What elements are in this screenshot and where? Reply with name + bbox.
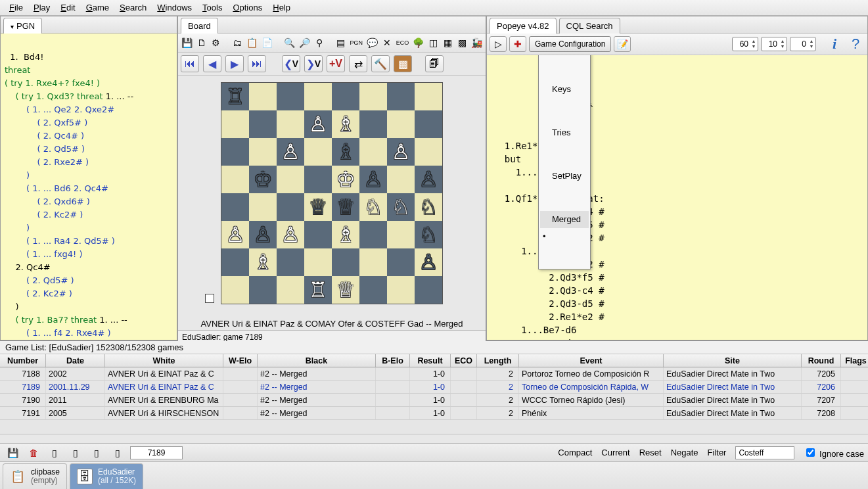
col-header[interactable]: W-Elo <box>223 354 258 367</box>
popup-merged[interactable]: Merged <box>540 211 589 228</box>
popup-keys[interactable]: Keys <box>540 81 589 98</box>
filter-field[interactable] <box>735 446 794 459</box>
zoom-out-icon[interactable]: 🔎 <box>298 35 311 51</box>
list-icon[interactable]: ▤ <box>335 35 347 51</box>
square-a7[interactable] <box>221 110 249 138</box>
square-c6[interactable]: ♙ <box>277 138 304 166</box>
square-g3[interactable] <box>387 221 415 248</box>
square-b5[interactable]: ♔ <box>249 166 277 193</box>
col-header[interactable]: Round <box>802 354 841 367</box>
square-b4[interactable] <box>249 193 277 221</box>
engine-tab-cql[interactable]: CQL Search <box>559 18 620 34</box>
variation-fwd-icon[interactable]: ❯V <box>304 55 323 72</box>
nav-last-icon[interactable]: ⏭ <box>248 55 266 72</box>
square-b6[interactable] <box>249 138 277 166</box>
square-g1[interactable] <box>387 276 415 304</box>
square-e3[interactable]: ♗ <box>332 221 359 248</box>
square-e4[interactable]: ♕ <box>332 193 359 221</box>
table-row[interactable]: 71902011AVNER Uri & ERENBURG Ma#2 -- Mer… <box>0 394 868 407</box>
chess-board[interactable]: ♖♙♗♙♗♙♔♔♙♙♕♕♘♘♘♙♙♙♗♘♗♙♖♕ <box>221 82 443 304</box>
engine-output[interactable]: Keys Tries SetPlay Merged • ↖ 1.Re1*e bu… <box>487 55 867 340</box>
square-d7[interactable]: ♙ <box>304 110 332 138</box>
col-header[interactable]: Date <box>46 354 105 367</box>
help-icon[interactable]: ? <box>846 35 865 53</box>
square-f4[interactable]: ♘ <box>359 193 387 221</box>
setup-icon[interactable]: ⚙ <box>210 35 222 51</box>
square-b2[interactable]: ♗ <box>249 248 277 276</box>
comment-icon[interactable]: 💬 <box>366 35 378 51</box>
game-configuration-button[interactable]: Game Configuration <box>529 36 611 52</box>
square-d8[interactable] <box>304 83 332 110</box>
col2-icon[interactable]: ▯ <box>67 445 84 461</box>
square-g6[interactable]: ♙ <box>387 138 415 166</box>
square-f1[interactable] <box>359 276 387 304</box>
ignore-case-checkbox[interactable] <box>806 448 815 457</box>
reset-link[interactable]: Reset <box>639 448 662 457</box>
square-g8[interactable] <box>387 83 415 110</box>
table-row[interactable]: 71892001.11.29AVNER Uri & EINAT Paz & C#… <box>0 381 868 394</box>
square-a1[interactable] <box>221 276 249 304</box>
square-b7[interactable] <box>249 110 277 138</box>
table-row[interactable]: 71912005AVNER Uri & HIRSCHENSON#2 -- Mer… <box>0 407 868 420</box>
square-h8[interactable] <box>415 83 442 110</box>
square-e1[interactable]: ♕ <box>332 276 359 304</box>
col-header[interactable]: Event <box>519 354 664 367</box>
hammer-icon[interactable]: 🔨 <box>371 55 390 72</box>
popup-setplay[interactable]: SetPlay <box>540 168 589 185</box>
square-e8[interactable] <box>332 83 359 110</box>
col-header[interactable]: Site <box>664 354 802 367</box>
negate-link[interactable]: Negate <box>671 448 698 457</box>
square-d1[interactable]: ♖ <box>304 276 332 304</box>
copy-pgn-icon[interactable]: 🗋 <box>196 35 208 51</box>
notes-icon[interactable]: 📝 <box>614 36 631 52</box>
col-header[interactable]: B-Elo <box>376 354 410 367</box>
square-b1[interactable] <box>249 276 277 304</box>
col-header[interactable]: Number <box>0 354 46 367</box>
square-d2[interactable] <box>304 248 332 276</box>
square-h5[interactable]: ♙ <box>415 166 442 193</box>
square-f8[interactable] <box>359 83 387 110</box>
spin-1[interactable]: ▲▼ <box>732 37 758 51</box>
spin-3[interactable]: ▲▼ <box>790 37 816 51</box>
info-icon[interactable]: i <box>825 35 844 53</box>
menu-options[interactable]: Options <box>227 1 267 14</box>
square-d5[interactable] <box>304 166 332 193</box>
menu-windows[interactable]: Windows <box>152 1 197 14</box>
square-a6[interactable] <box>221 138 249 166</box>
square-c4[interactable] <box>277 193 304 221</box>
cross-icon[interactable]: ✕ <box>381 35 393 51</box>
db-tab-clipbase[interactable]: 📋 clipbase(empty) <box>3 463 67 489</box>
flip-icon[interactable]: 🗂 <box>231 35 243 51</box>
pgn-tab[interactable]: ▾PGN <box>3 18 42 34</box>
popup-tries[interactable]: Tries <box>540 124 589 141</box>
zoom-in-icon[interactable]: 🔍 <box>283 35 296 51</box>
square-h4[interactable]: ♘ <box>415 193 442 221</box>
paste-icon[interactable]: 📄 <box>261 35 273 51</box>
menu-help[interactable]: Help <box>267 1 296 14</box>
square-f3[interactable] <box>359 221 387 248</box>
square-g7[interactable] <box>387 110 415 138</box>
col-header[interactable]: Flags <box>841 354 868 367</box>
nav-first-icon[interactable]: ⏮ <box>181 55 199 72</box>
square-h6[interactable] <box>415 138 442 166</box>
square-b8[interactable] <box>249 83 277 110</box>
square-h3[interactable]: ♘ <box>415 221 442 248</box>
col-header[interactable]: Black <box>258 354 376 367</box>
swap-icon[interactable]: ⇄ <box>349 55 367 72</box>
square-g4[interactable]: ♘ <box>387 193 415 221</box>
current-link[interactable]: Current <box>601 448 629 457</box>
add-variation-icon[interactable]: +V <box>327 55 345 72</box>
nav-next-icon[interactable]: ▶ <box>225 55 244 72</box>
ignore-case-label[interactable]: Ignore case <box>804 446 864 459</box>
eco-icon[interactable]: ECO <box>396 35 410 51</box>
table-row[interactable]: 71882002AVNER Uri & EINAT Paz & C#2 -- M… <box>0 367 868 381</box>
tree-icon[interactable]: ⚲ <box>313 35 325 51</box>
menu-edit[interactable]: Edit <box>55 1 80 14</box>
board-tab[interactable]: Board <box>181 18 218 34</box>
menu-search[interactable]: Search <box>114 1 152 14</box>
square-f5[interactable]: ♙ <box>359 166 387 193</box>
gamelist-table[interactable]: NumberDateWhiteW-EloBlackB-EloResultECOL… <box>0 354 868 434</box>
square-d6[interactable] <box>304 138 332 166</box>
col-header[interactable]: Length <box>477 354 519 367</box>
nav-prev-icon[interactable]: ◀ <box>203 55 221 72</box>
